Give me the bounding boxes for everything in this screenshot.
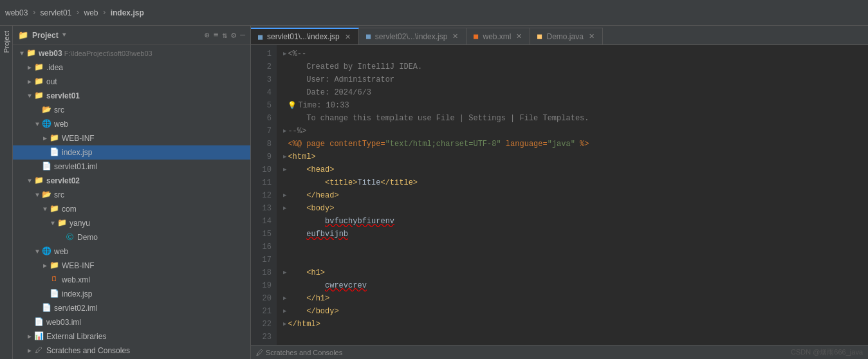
- tree-arrow-webinf1: ▶: [41, 134, 49, 142]
- code-line-17: [283, 253, 868, 266]
- tree-label-indexjsp2: index.jsp: [62, 290, 92, 299]
- line-num-17: 17: [251, 253, 277, 266]
- tree-item-out[interactable]: ▶ 📁 out: [13, 75, 250, 89]
- tree-item-index-jsp1[interactable]: 📄 index.jsp: [13, 145, 250, 160]
- fold-2: [283, 60, 286, 73]
- tab-label-2: servlet02\...\index.jsp: [375, 32, 448, 41]
- fold-20[interactable]: ▶: [283, 292, 286, 305]
- scratches-label[interactable]: Scratches and Consoles: [266, 349, 342, 356]
- tree-item-indexjsp2[interactable]: 📄 index.jsp: [13, 287, 250, 301]
- code-token-19-2: cwrevcrev: [325, 279, 367, 292]
- tree-label-web03: web03: [39, 49, 62, 58]
- fold-12[interactable]: ▶: [283, 189, 286, 202]
- code-editor[interactable]: 1 2 3 4 5 6 7 8 9 10 11 12 13 14 15 16 1…: [251, 45, 868, 345]
- code-line-16: [283, 241, 868, 253]
- tab-webxml[interactable]: ◼ web.xml ✕: [466, 28, 530, 44]
- tree-item-src1[interactable]: 📂 src: [13, 103, 250, 117]
- tree-item-yanyu[interactable]: ▼ 📁 yanyu: [13, 216, 250, 230]
- collapse-icon[interactable]: ≡: [214, 30, 219, 41]
- tree-item-servlet01iml[interactable]: 📄 servlet01.iml: [13, 160, 250, 174]
- top-toolbar: web03 › servlet01 › web › index.jsp: [0, 0, 868, 26]
- tab-bar: ◼ servlet01\...\index.jsp ✕ ◼ servlet02\…: [251, 26, 868, 45]
- code-token-15-1: [288, 228, 306, 241]
- tree-item-web2[interactable]: ▼ 🌐 web: [13, 244, 250, 259]
- breadcrumb-web[interactable]: web: [84, 8, 98, 17]
- tree-item-src2[interactable]: ▼ 📂 src: [13, 188, 250, 202]
- code-line-13: ▶ <body>: [283, 202, 868, 215]
- folder-icon-idea: 📁: [33, 62, 44, 73]
- breadcrumb-web03[interactable]: web03: [5, 8, 28, 17]
- breadcrumb-servlet01[interactable]: servlet01: [41, 8, 72, 17]
- code-token-20-2: </h1>: [306, 292, 329, 305]
- tree-item-idea[interactable]: ▶ 📁 .idea: [13, 60, 250, 75]
- code-line-15: eufbvijnb: [283, 228, 868, 241]
- code-token-11-4: </title>: [380, 176, 418, 189]
- minimize-icon[interactable]: —: [240, 30, 245, 41]
- tab-close-3[interactable]: ✕: [515, 32, 523, 41]
- sort-icon[interactable]: ⇅: [223, 30, 228, 41]
- scratches-text: Scratches and Consoles: [266, 349, 342, 356]
- fold-9[interactable]: ▶: [283, 151, 286, 163]
- tree-item-webinf1[interactable]: ▶ 📁 WEB-INF: [13, 131, 250, 145]
- web-icon-2: 🌐: [41, 246, 51, 257]
- bottom-bar: 🖊 Scratches and Consoles CSDN @烟雨666_jav…: [251, 345, 868, 359]
- tree-label-webinf1: WEB-INF: [62, 134, 95, 143]
- tree-label-extlib: External Libraries: [46, 332, 106, 341]
- fold-1[interactable]: ▶: [283, 48, 286, 60]
- tab-jsp-icon-2: ◼: [365, 32, 371, 41]
- web-icon-1: 🌐: [41, 119, 51, 129]
- line-num-11: 11: [251, 176, 277, 189]
- code-token-4-1: Date: 2024/6/3: [288, 86, 371, 99]
- settings-icon[interactable]: ⚙: [231, 30, 236, 41]
- project-side-label[interactable]: Project: [1, 26, 12, 58]
- tree-item-web03[interactable]: ▼ 📁 web03 F:\IdeaProject\soft03\web03: [13, 46, 250, 60]
- locate-icon[interactable]: ⊕: [205, 30, 210, 41]
- line-num-2: 2: [251, 60, 277, 73]
- tab-close-1[interactable]: ✕: [344, 33, 352, 41]
- tree-item-com[interactable]: ▼ 📁 com: [13, 202, 250, 216]
- project-folder-icon: 📁: [18, 30, 28, 41]
- code-line-6: To change this template use File | Setti…: [283, 112, 868, 125]
- scratches-tree-icon: 🖊: [33, 345, 44, 356]
- line-num-22: 22: [251, 318, 277, 331]
- tree-item-webxml[interactable]: 🗒 web.xml: [13, 273, 250, 287]
- fold-13[interactable]: ▶: [283, 202, 286, 215]
- tree-item-scratches[interactable]: ▶ 🖊 Scratches and Consoles: [13, 344, 250, 358]
- tab-jsp-icon-1: ◼: [257, 33, 263, 41]
- tree-item-servlet02iml[interactable]: 📄 servlet02.iml: [13, 301, 250, 315]
- breadcrumb-file[interactable]: index.jsp: [111, 8, 144, 17]
- code-token-12-1: [288, 189, 306, 202]
- tree-item-demo[interactable]: Ⓒ Demo: [13, 230, 250, 244]
- project-dropdown-arrow[interactable]: ▼: [62, 32, 66, 39]
- fold-18[interactable]: ▶: [283, 266, 286, 279]
- tree-item-servlet01[interactable]: ▼ 📁 servlet01: [13, 89, 250, 103]
- project-title: Project: [32, 31, 59, 40]
- tree-item-web1[interactable]: ▼ 🌐 web: [13, 117, 250, 131]
- tab-demo-java[interactable]: ◼ Demo.java ✕: [530, 28, 602, 44]
- breadcrumb-sep1: ›: [32, 8, 36, 17]
- code-content[interactable]: ▶ <%-- Created by IntelliJ IDEA. User: A…: [277, 45, 868, 345]
- tree-item-ext-lib[interactable]: ▶ 📊 External Libraries: [13, 329, 250, 344]
- tab-servlet01-index[interactable]: ◼ servlet01\...\index.jsp ✕: [251, 28, 359, 44]
- tree-item-webinf2[interactable]: ▶ 📁 WEB-INF: [13, 259, 250, 273]
- fold-22[interactable]: ▶: [283, 318, 286, 331]
- line-num-12: 12: [251, 189, 277, 202]
- tab-close-2[interactable]: ✕: [451, 32, 459, 41]
- fold-21[interactable]: ▶: [283, 305, 286, 318]
- tree-arrow-src2: ▼: [33, 192, 41, 199]
- java-icon-demo: Ⓒ: [64, 232, 75, 243]
- tab-close-4[interactable]: ✕: [587, 32, 596, 41]
- tree-label-src2: src: [54, 190, 64, 199]
- tree-item-servlet02[interactable]: ▼ 📁 servlet02: [13, 174, 250, 188]
- fold-10[interactable]: ▶: [283, 163, 286, 176]
- code-line-12: ▶ </head>: [283, 189, 868, 202]
- tree-label-out: out: [46, 77, 57, 86]
- tree-item-web03iml[interactable]: 📄 web03.iml: [13, 315, 250, 329]
- tab-servlet02-index[interactable]: ◼ servlet02\...\index.jsp ✕: [359, 28, 467, 44]
- project-header-actions: ⊕ ≡ ⇅ ⚙ —: [205, 30, 245, 41]
- fold-19: [283, 279, 286, 292]
- tab-java-icon: ◼: [537, 32, 542, 41]
- line-num-5: 5: [251, 99, 277, 112]
- code-line-5: 💡 Time: 10:33: [283, 99, 868, 112]
- fold-7[interactable]: ▶: [283, 125, 286, 138]
